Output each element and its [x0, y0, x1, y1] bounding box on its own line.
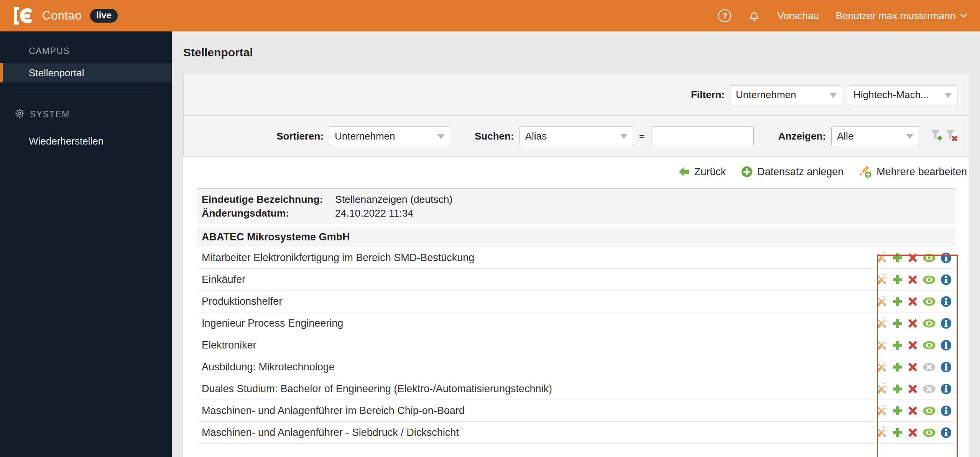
- delete-icon[interactable]: [908, 384, 918, 394]
- copy-icon[interactable]: [892, 427, 903, 438]
- row-actions: [876, 362, 955, 373]
- edit-icon[interactable]: [876, 252, 887, 263]
- row-actions: [876, 383, 955, 395]
- edit-icon[interactable]: [876, 405, 887, 416]
- meta-line: Eindeutige Bezeichnung:Stellenanzeigen (…: [202, 192, 955, 206]
- edit-icon[interactable]: [876, 362, 887, 373]
- select-arrow-icon: [437, 134, 444, 139]
- listing-container: Zurück Datensatz anlegen Mehrere bearbei…: [183, 157, 969, 457]
- filter-value-select[interactable]: Hightech-Mach...: [848, 85, 957, 105]
- sort-label: Sortieren:: [276, 130, 324, 142]
- back-link[interactable]: Zurück: [679, 166, 726, 178]
- equals-sign: =: [639, 130, 645, 142]
- job-title: Duales Studium: Bachelor of Engineering …: [202, 383, 876, 395]
- row-actions: [876, 274, 955, 285]
- filter-panel: Filtern: Unternehmen Hightech-Mach... So…: [183, 74, 969, 157]
- edit-icon[interactable]: [876, 318, 887, 329]
- copy-icon[interactable]: [892, 296, 903, 307]
- contao-logo-icon: [13, 7, 34, 25]
- action-bar: Zurück Datensatz anlegen Mehrere bearbei…: [183, 157, 969, 187]
- delete-icon[interactable]: [908, 406, 918, 416]
- sidebar-group-system: SYSTEM: [0, 108, 172, 121]
- row-actions: [876, 318, 955, 329]
- toggle-visibility-icon[interactable]: [923, 341, 936, 350]
- copy-icon[interactable]: [892, 318, 903, 329]
- bell-icon[interactable]: [748, 10, 760, 22]
- help-icon[interactable]: ?: [718, 9, 731, 22]
- info-icon[interactable]: [941, 427, 952, 438]
- sort-select[interactable]: Unternehmen: [329, 126, 450, 146]
- sidebar-item-stellenportal[interactable]: Stellenportal: [0, 63, 172, 82]
- show-select[interactable]: Alle: [831, 126, 919, 146]
- info-icon[interactable]: [941, 318, 952, 329]
- toggle-visibility-icon[interactable]: [923, 363, 936, 372]
- toggle-visibility-icon[interactable]: [923, 385, 936, 393]
- info-icon[interactable]: [941, 362, 952, 373]
- preview-link[interactable]: Vorschau: [777, 10, 819, 22]
- search-value-input[interactable]: [651, 126, 754, 146]
- sidebar-item-wiederherstellen[interactable]: Wiederherstellen: [0, 132, 172, 151]
- table-row: Mitarbeiter Elektronikfertigung im Berei…: [197, 247, 955, 269]
- toggle-visibility-icon[interactable]: [923, 406, 936, 415]
- reset-filter-icon[interactable]: [945, 130, 957, 143]
- copy-icon[interactable]: [892, 406, 903, 416]
- delete-icon[interactable]: [908, 296, 918, 307]
- select-arrow-icon: [620, 134, 627, 139]
- page-title: Stellenportal: [183, 46, 969, 59]
- edit-multiple-link[interactable]: Mehrere bearbeiten: [859, 165, 967, 178]
- plus-circle-icon: [741, 166, 753, 178]
- delete-icon[interactable]: [908, 318, 918, 329]
- row-actions: [876, 340, 955, 351]
- filter-row: Filtern: Unternehmen Hightech-Mach...: [184, 74, 969, 115]
- edit-icon[interactable]: [876, 274, 887, 285]
- info-icon[interactable]: [941, 340, 952, 351]
- table-row: Elektroniker: [197, 334, 955, 356]
- user-menu[interactable]: Benutzer max.mustermann: [836, 10, 967, 22]
- sidebar: CAMPUS Stellenportal SYSTEM Wiederherste…: [0, 31, 172, 457]
- info-icon[interactable]: [941, 274, 952, 285]
- toggle-visibility-icon[interactable]: [923, 297, 936, 306]
- create-record-link[interactable]: Datensatz anlegen: [741, 166, 844, 178]
- back-arrow-icon: [679, 167, 690, 177]
- row-actions: [876, 252, 955, 263]
- info-icon[interactable]: [941, 383, 952, 395]
- table-row: Maschinen- und Anlagenführer im Bereich …: [197, 400, 955, 422]
- delete-icon[interactable]: [908, 362, 918, 372]
- record-meta: Eindeutige Bezeichnung:Stellenanzeigen (…: [197, 188, 955, 224]
- copy-icon[interactable]: [892, 384, 903, 394]
- toggle-visibility-icon[interactable]: [923, 319, 936, 328]
- edit-icon[interactable]: [876, 427, 887, 438]
- copy-icon[interactable]: [892, 253, 903, 263]
- edit-icon[interactable]: [876, 340, 887, 351]
- filter-field-select[interactable]: Unternehmen: [730, 85, 842, 105]
- delete-icon[interactable]: [908, 340, 918, 350]
- sidebar-group-campus: CAMPUS: [0, 46, 172, 56]
- toggle-visibility-icon[interactable]: [923, 253, 936, 262]
- meta-line: Änderungsdatum:24.10.2022 11:34: [202, 206, 955, 220]
- brand[interactable]: Contao live: [13, 7, 118, 25]
- search-field-select[interactable]: Alias: [520, 126, 633, 146]
- copy-icon[interactable]: [892, 362, 903, 372]
- job-title: Produktionshelfer: [202, 296, 876, 307]
- delete-icon[interactable]: [908, 253, 918, 263]
- toggle-visibility-icon[interactable]: [923, 275, 936, 284]
- toggle-visibility-icon[interactable]: [923, 428, 936, 437]
- apply-filter-icon[interactable]: [931, 130, 942, 143]
- chevron-down-icon: [960, 13, 967, 18]
- table-row: Ausbildung: Mikrotechnologe: [197, 356, 955, 378]
- edit-icon[interactable]: [876, 296, 887, 307]
- brand-name: Contao: [42, 9, 82, 23]
- job-title: Mitarbeiter Elektronikfertigung im Berei…: [202, 252, 876, 264]
- filter-label: Filtern:: [691, 89, 725, 101]
- gear-icon: [15, 108, 25, 121]
- pencil-plus-icon: [859, 165, 872, 178]
- record-table: Eindeutige Bezeichnung:Stellenanzeigen (…: [197, 188, 955, 444]
- copy-icon[interactable]: [892, 275, 903, 285]
- info-icon[interactable]: [941, 296, 952, 307]
- edit-icon[interactable]: [876, 383, 887, 395]
- copy-icon[interactable]: [892, 340, 903, 350]
- info-icon[interactable]: [941, 405, 952, 416]
- delete-icon[interactable]: [908, 275, 918, 285]
- info-icon[interactable]: [941, 252, 952, 263]
- delete-icon[interactable]: [908, 427, 918, 438]
